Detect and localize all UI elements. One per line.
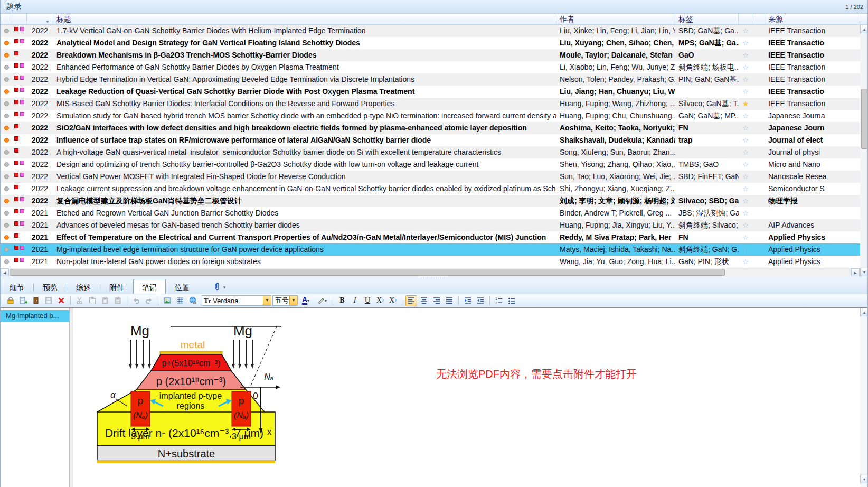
table-row[interactable]: 2021 Mg-implanted bevel edge termination… (1, 244, 860, 256)
table-row[interactable]: 2021 Effect of Temperature on the Electr… (1, 231, 860, 244)
paste-special-button[interactable]: P (112, 295, 124, 306)
table-vscroll-thumb[interactable] (861, 89, 867, 149)
align-center-button[interactable] (418, 295, 430, 306)
notes-panel-splitter[interactable] (70, 308, 73, 487)
star-icon[interactable]: ☆ (742, 209, 749, 217)
table-row[interactable]: 2021 Advances of beveled mesas for GaN-b… (1, 219, 860, 231)
star-icon[interactable]: ☆ (742, 63, 749, 71)
font-family-dropdown-icon[interactable]: ▼ (263, 296, 271, 305)
font-size-dropdown-icon[interactable]: ▼ (289, 296, 297, 305)
star-icon[interactable]: ☆ (742, 173, 749, 181)
tab-attachments[interactable]: 附件 (100, 280, 133, 294)
notes-list-item[interactable]: Mg-implanted b... (1, 310, 69, 322)
indent-increase-button[interactable] (462, 295, 474, 306)
table-row[interactable]: 2022 复合漏电模型建立及阶梯场板GaN肖特基势垒二极管设计 刘成; 李明; … (1, 195, 860, 207)
header-star-column[interactable] (739, 14, 752, 25)
note-editor[interactable]: Mg Mg metal p+(5x10¹⁹cm⁻³) p ( (73, 308, 860, 487)
save-note-button[interactable] (43, 295, 54, 306)
bold-button[interactable]: B (336, 295, 348, 306)
star-icon[interactable]: ☆ (742, 258, 749, 266)
star-icon[interactable]: ☆ (742, 51, 749, 59)
table-hscroll-thumb[interactable] (10, 269, 725, 276)
header-year-column[interactable]: ▼ (27, 14, 53, 25)
star-icon[interactable]: ☆ (742, 185, 749, 193)
star-icon[interactable]: ☆ (742, 136, 749, 144)
highlight-button[interactable]: ▾ (314, 295, 329, 306)
font-color-button[interactable]: A▾ (299, 295, 313, 306)
table-row[interactable]: 2022 Hybrid Edge Termination in Vertical… (1, 73, 860, 86)
font-family-combo[interactable]: Tr Verdana ▼ (202, 295, 271, 306)
table-row[interactable]: 2022 Leakage Reduction of Quasi-Vertical… (1, 86, 860, 98)
tab-notes[interactable]: 笔记 (133, 279, 166, 294)
panel-splitter[interactable]: ············· (1, 276, 868, 280)
header-title-column[interactable]: 标题 (53, 14, 556, 25)
table-row[interactable]: 2022 A high-voltage GaN quasi-vertical m… (1, 146, 860, 158)
header-tags-column[interactable]: 标签 (675, 14, 739, 25)
table-row[interactable]: 2022 1.7-kV Vertical GaN-on-GaN Schottky… (1, 25, 860, 37)
copy-button[interactable] (87, 295, 98, 306)
star-icon[interactable]: ☆ (742, 27, 749, 35)
header-extra-column[interactable] (752, 14, 765, 25)
star-icon[interactable]: ☆ (742, 197, 749, 205)
undo-button[interactable] (130, 295, 142, 306)
lock-note-button[interactable] (5, 295, 16, 306)
star-icon[interactable]: ☆ (742, 124, 749, 132)
table-row[interactable]: 2021 Etched and Regrown Vertical GaN Jun… (1, 207, 860, 219)
font-size-combo[interactable]: 五号 ▼ (272, 295, 298, 306)
cut-button[interactable] (74, 295, 86, 306)
insert-link-button[interactable] (187, 295, 199, 306)
align-left-button[interactable] (405, 295, 417, 306)
redo-button[interactable] (143, 295, 155, 306)
editor-scroll-down-icon[interactable]: ▼ (860, 475, 868, 483)
star-icon[interactable]: ★ (742, 100, 749, 108)
table-row[interactable]: 2022 Leakage current suppression and bre… (1, 183, 860, 195)
star-icon[interactable]: ☆ (742, 233, 749, 241)
table-row[interactable]: 2022 Enhanced Performance of GaN Schottk… (1, 61, 860, 73)
add-note-button[interactable] (17, 295, 29, 306)
header-flag-column[interactable] (12, 14, 27, 25)
header-unread-column[interactable] (1, 14, 12, 25)
table-row[interactable]: 2022 SiO2/GaN interfaces with low defect… (1, 122, 860, 134)
underline-button[interactable]: U (362, 295, 373, 306)
numbered-list-button[interactable]: 12 (493, 295, 505, 306)
subscript-button[interactable]: X2 (374, 295, 386, 306)
tab-location[interactable]: 位置 (166, 280, 199, 294)
open-note-window-button[interactable] (30, 295, 42, 306)
insert-image-button[interactable] (162, 295, 173, 306)
table-row[interactable]: 2022 Simulation study for GaN-based hybr… (1, 110, 860, 122)
editor-vertical-scrollbar[interactable]: ▲ ▼ (860, 308, 868, 487)
attachment-menu-button[interactable]: ▼ (214, 282, 227, 293)
table-row[interactable]: 2021 Non-polar true-lateral GaN power di… (1, 256, 860, 268)
star-icon[interactable]: ☆ (742, 88, 749, 96)
table-row[interactable]: 2022 Vertical GaN Power MOSFET with Inte… (1, 171, 860, 183)
star-icon[interactable]: ☆ (742, 246, 749, 254)
table-row[interactable]: 2022 Influence of surface trap states on… (1, 134, 860, 146)
star-icon[interactable]: ☆ (742, 161, 749, 168)
star-icon[interactable]: ☆ (742, 148, 749, 156)
table-vertical-scrollbar[interactable]: ▲ (860, 25, 868, 276)
insert-table-button[interactable] (174, 295, 186, 306)
table-row[interactable]: 2022 Breakdown Mechanisms in β-Ga2O3 Tre… (1, 49, 860, 61)
star-icon[interactable]: ☆ (742, 39, 749, 47)
tab-preview[interactable]: 预览 (34, 280, 67, 294)
italic-button[interactable]: I (349, 295, 361, 306)
star-icon[interactable]: ☆ (742, 221, 749, 229)
scroll-left-icon[interactable]: ◀ (1, 268, 9, 277)
scroll-right-icon[interactable]: ▶ (851, 268, 860, 277)
delete-note-button[interactable] (55, 295, 67, 306)
bullet-list-button[interactable] (506, 295, 517, 306)
align-right-button[interactable] (431, 295, 442, 306)
table-row[interactable]: 2022 Analytical Model and Design Strateg… (1, 37, 860, 49)
scroll-up-icon[interactable]: ▲ (860, 25, 868, 33)
editor-scroll-up-icon[interactable]: ▲ (860, 308, 868, 316)
indent-decrease-button[interactable] (475, 295, 486, 306)
star-icon[interactable]: ☆ (742, 76, 749, 83)
paste-button[interactable] (99, 295, 111, 306)
superscript-button[interactable]: X2 (387, 295, 399, 306)
align-justify-button[interactable] (444, 295, 455, 306)
table-row[interactable]: 2022 Design and optimizing of trench Sch… (1, 158, 860, 171)
star-icon[interactable]: ☆ (742, 112, 749, 120)
table-scroll-down-icon[interactable]: ▼ (860, 268, 868, 276)
header-authors-column[interactable]: 作者 (556, 14, 675, 25)
table-row[interactable]: 2022 MIS-Based GaN Schottky Barrier Diod… (1, 98, 860, 110)
